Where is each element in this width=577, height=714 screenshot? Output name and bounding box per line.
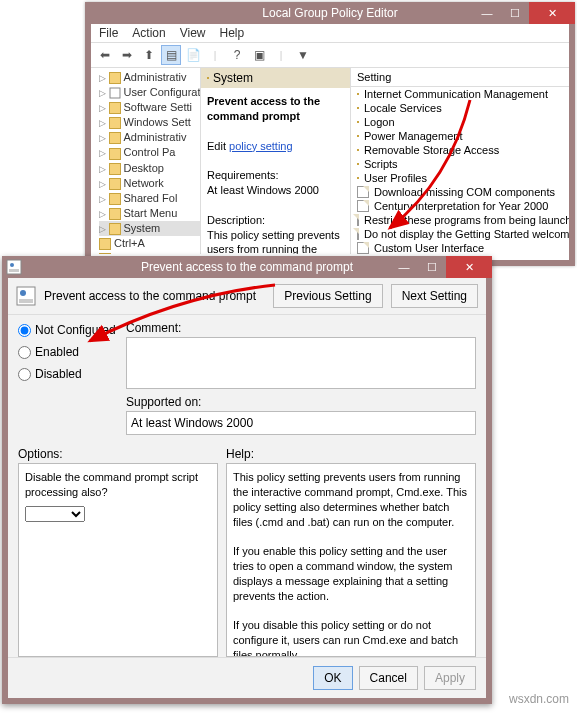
folder-icon xyxy=(207,77,209,79)
svg-rect-0 xyxy=(110,88,120,98)
export-icon[interactable]: 📄 xyxy=(183,45,203,65)
gpe-toolbar: ⬅ ➡ ⬆ ▤ 📄 | ? ▣ | ▼ xyxy=(91,43,569,68)
show-hide-tree-icon[interactable]: ▤ xyxy=(161,45,181,65)
tree-node[interactable]: ▷ Desktop xyxy=(99,161,200,176)
cancel-button[interactable]: Cancel xyxy=(359,666,418,690)
policy-name: Prevent access to the command prompt xyxy=(207,95,320,122)
tree-node[interactable]: Ctrl+A xyxy=(99,236,200,251)
folder-icon xyxy=(357,149,359,151)
minimize-button[interactable]: — xyxy=(473,2,501,24)
setting-row[interactable]: Internet Communication Management xyxy=(351,87,569,101)
policy-icon xyxy=(6,259,22,275)
annotation-arrow-1 xyxy=(380,100,500,244)
menu-help[interactable]: Help xyxy=(220,26,245,40)
gpe-menubar: File Action View Help xyxy=(91,24,569,43)
dlg-maximize-button[interactable]: ☐ xyxy=(418,256,446,278)
svg-point-5 xyxy=(20,290,26,296)
ok-button[interactable]: OK xyxy=(313,666,352,690)
menu-action[interactable]: Action xyxy=(132,26,165,40)
tree-node[interactable]: ▷ Control Pa xyxy=(99,145,200,160)
radio-disabled[interactable]: Disabled xyxy=(18,367,118,381)
watermark: wsxdn.com xyxy=(509,692,569,706)
tree-node[interactable]: ▷ Windows Sett xyxy=(99,115,200,130)
previous-setting-button[interactable]: Previous Setting xyxy=(273,284,382,308)
back-icon[interactable]: ⬅ xyxy=(95,45,115,65)
folder-icon xyxy=(357,177,359,179)
local-group-policy-editor-window: Local Group Policy Editor — ☐ ✕ File Act… xyxy=(85,2,575,266)
tree-node[interactable]: Driver xyxy=(99,251,200,254)
policy-icon xyxy=(16,286,36,306)
policy-icon xyxy=(357,186,369,198)
option-dropdown[interactable] xyxy=(25,506,85,522)
tree-node[interactable]: ▷ Administrativ xyxy=(99,130,200,145)
menu-file[interactable]: File xyxy=(99,26,118,40)
gpe-detail-pane: System Prevent access to the command pro… xyxy=(201,68,351,254)
gpe-title-text: Local Group Policy Editor xyxy=(262,6,397,20)
filter-icon[interactable]: ▼ xyxy=(293,45,313,65)
tree-node[interactable]: ▷ Network xyxy=(99,176,200,191)
gpe-titlebar[interactable]: Local Group Policy Editor — ☐ ✕ xyxy=(85,2,575,24)
forward-icon[interactable]: ➡ xyxy=(117,45,137,65)
folder-icon xyxy=(357,135,359,137)
policy-icon xyxy=(357,214,359,226)
apply-button[interactable]: Apply xyxy=(424,666,476,690)
edit-policy-link[interactable]: policy setting xyxy=(229,140,293,152)
tree-node[interactable]: ▷ Administrativ xyxy=(99,70,200,85)
folder-icon xyxy=(357,121,359,123)
supported-label: Supported on: xyxy=(126,395,476,409)
policy-icon xyxy=(357,228,359,240)
svg-rect-6 xyxy=(19,299,33,303)
tree-node[interactable]: ▷ Shared Fol xyxy=(99,191,200,206)
tree-node[interactable]: ▷ Start Menu xyxy=(99,206,200,221)
options-panel: Disable the command prompt script proces… xyxy=(18,463,218,657)
tree-node[interactable]: ▷ System xyxy=(99,221,200,236)
dlg-minimize-button[interactable]: — xyxy=(390,256,418,278)
help-icon[interactable]: ? xyxy=(227,45,247,65)
svg-point-2 xyxy=(10,263,14,267)
detail-header: System xyxy=(213,71,253,85)
policy-icon xyxy=(357,242,369,254)
options-label: Options: xyxy=(18,445,218,463)
settings-header[interactable]: Setting xyxy=(351,68,569,87)
up-icon[interactable]: ⬆ xyxy=(139,45,159,65)
svg-rect-3 xyxy=(9,269,19,272)
policy-icon xyxy=(357,200,369,212)
next-setting-button[interactable]: Next Setting xyxy=(391,284,478,308)
dlg-close-button[interactable]: ✕ xyxy=(446,256,492,278)
dlg-title-text: Prevent access to the command prompt xyxy=(141,260,353,274)
supported-text: At least Windows 2000 xyxy=(126,411,476,435)
gpe-tree[interactable]: ▷ Administrativ▷ User Configuratio▷ Soft… xyxy=(91,68,201,254)
tree-node[interactable]: ▷ User Configuratio xyxy=(99,85,200,100)
properties-icon[interactable]: ▣ xyxy=(249,45,269,65)
menu-view[interactable]: View xyxy=(180,26,206,40)
folder-icon xyxy=(357,107,359,109)
folder-icon xyxy=(357,93,359,95)
tree-node[interactable]: ▷ Software Setti xyxy=(99,100,200,115)
close-button[interactable]: ✕ xyxy=(529,2,575,24)
maximize-button[interactable]: ☐ xyxy=(501,2,529,24)
state-radio-group: Not Configured Enabled Disabled xyxy=(18,321,118,381)
folder-icon xyxy=(357,163,359,165)
help-label: Help: xyxy=(226,445,476,463)
dlg-titlebar[interactable]: Prevent access to the command prompt — ☐… xyxy=(2,256,492,278)
annotation-arrow-2 xyxy=(120,285,280,359)
radio-enabled[interactable]: Enabled xyxy=(18,345,118,359)
help-panel: This policy setting prevents users from … xyxy=(226,463,476,657)
